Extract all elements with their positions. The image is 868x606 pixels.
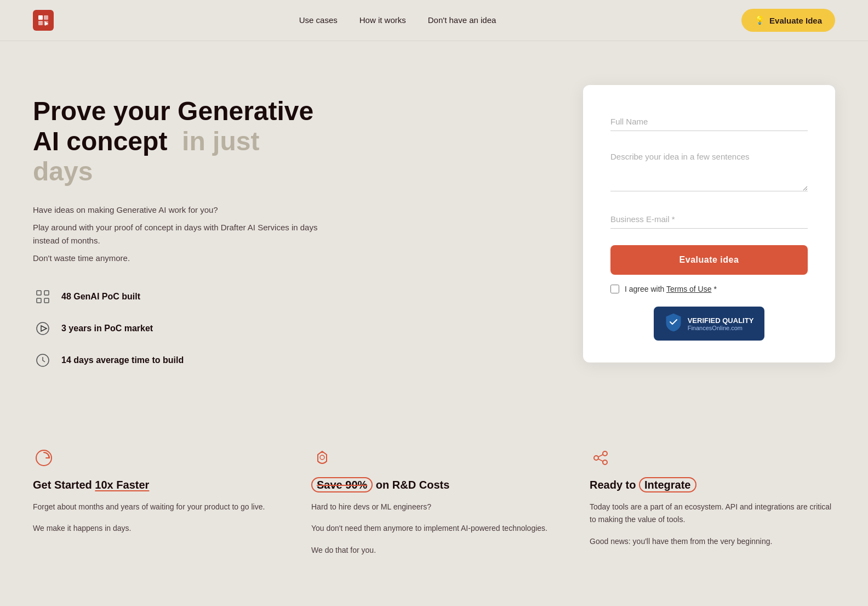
full-name-field xyxy=(610,112,808,131)
hero-section: Prove your Generative AI concept in just… xyxy=(0,41,868,403)
feature-integrate-desc2: Good news: you'll have them from the ver… xyxy=(590,535,835,548)
badge-text: VERIFIED QUALITY FinancesOnline.com xyxy=(688,316,754,331)
feature-faster: Get Started 10x Faster Forget about mont… xyxy=(33,447,278,557)
svg-point-15 xyxy=(603,451,607,456)
form-card: Evaluate idea I agree with Terms of Use … xyxy=(583,85,835,363)
nav-how-it-works[interactable]: How it works xyxy=(359,15,406,25)
nav-use-cases[interactable]: Use cases xyxy=(299,15,338,25)
feature-integrate-title: Ready to Integrate xyxy=(590,478,835,492)
terms-link[interactable]: Terms of Use xyxy=(666,285,711,293)
svg-line-17 xyxy=(598,455,603,457)
stat-genai-label: 48 GenAI PoC built xyxy=(61,292,140,302)
hero-stats: 48 GenAI PoC built 3 years in PoC market xyxy=(33,287,318,370)
feature-faster-desc2: We make it happens in days. xyxy=(33,522,278,535)
hero-desc-1: Have ideas on making Generative AI work … xyxy=(33,203,318,217)
email-input[interactable] xyxy=(610,210,808,229)
feature-faster-desc1: Forget about months and years of waiting… xyxy=(33,501,278,514)
logo-icon xyxy=(33,10,54,31)
stat-years: 3 years in PoC market xyxy=(33,319,318,338)
feature-faster-icon xyxy=(33,447,55,469)
stat-days-label: 14 days average time to build xyxy=(61,355,184,365)
stat-genai: 48 GenAI PoC built xyxy=(33,287,318,307)
feature-save: Save 90% on R&D Costs Hard to hire devs … xyxy=(311,447,557,557)
nav-links: Use cases How it works Don't have an ide… xyxy=(299,15,496,25)
nav-dont-have-idea[interactable]: Don't have an idea xyxy=(428,15,496,25)
feature-save-desc2: You don't need them anymore to implement… xyxy=(311,522,557,535)
feature-save-title: Save 90% on R&D Costs xyxy=(311,478,557,492)
navbar: Use cases How it works Don't have an ide… xyxy=(0,0,868,41)
features-section: Get Started 10x Faster Forget about mont… xyxy=(0,403,868,601)
play-icon xyxy=(33,319,53,338)
clock-icon xyxy=(33,350,53,370)
hero-desc-2: Play around with your proof of concept i… xyxy=(33,221,318,247)
features-grid: Get Started 10x Faster Forget about mont… xyxy=(33,447,835,557)
feature-save-desc1: Hard to hire devs or ML engineers? xyxy=(311,501,557,514)
svg-point-13 xyxy=(320,455,324,460)
verified-badge: VERIFIED QUALITY FinancesOnline.com xyxy=(610,307,808,341)
feature-save-icon xyxy=(311,447,333,469)
svg-line-18 xyxy=(598,459,603,461)
terms-checkbox[interactable] xyxy=(610,285,619,293)
svg-rect-8 xyxy=(44,298,49,303)
stat-years-label: 3 years in PoC market xyxy=(61,324,153,333)
grid-icon xyxy=(33,287,53,307)
terms-row: I agree with Terms of Use * xyxy=(610,285,808,293)
logo[interactable] xyxy=(33,10,54,31)
terms-text: I agree with Terms of Use * xyxy=(625,285,717,293)
svg-point-14 xyxy=(594,456,598,460)
bulb-icon: 💡 xyxy=(755,15,765,25)
svg-rect-2 xyxy=(38,21,43,25)
feature-save-desc3: We do that for you. xyxy=(311,544,557,557)
feature-faster-title: Get Started 10x Faster xyxy=(33,478,278,492)
idea-field xyxy=(610,148,808,194)
evaluate-idea-button[interactable]: Evaluate idea xyxy=(610,245,808,275)
svg-marker-10 xyxy=(41,326,47,331)
idea-textarea[interactable] xyxy=(610,148,808,191)
svg-rect-1 xyxy=(44,15,48,20)
svg-rect-5 xyxy=(37,291,41,295)
svg-rect-0 xyxy=(38,15,43,20)
feature-integrate: Ready to Integrate Today tools are a par… xyxy=(590,447,835,557)
full-name-input[interactable] xyxy=(610,112,808,131)
svg-rect-6 xyxy=(44,291,49,295)
nav-evaluate-button[interactable]: 💡 Evaluate Idea xyxy=(741,9,835,32)
svg-point-16 xyxy=(603,460,607,465)
badge-inner: VERIFIED QUALITY FinancesOnline.com xyxy=(654,307,765,341)
stat-days: 14 days average time to build xyxy=(33,350,318,370)
badge-shield-icon xyxy=(665,312,682,335)
hero-content: Prove your Generative AI concept in just… xyxy=(33,85,318,370)
feature-integrate-desc1: Today tools are a part of an ecosystem. … xyxy=(590,501,835,527)
feature-integrate-icon xyxy=(590,447,612,469)
svg-rect-7 xyxy=(37,298,41,303)
hero-desc-3: Don't waste time anymore. xyxy=(33,252,318,265)
email-field xyxy=(610,210,808,229)
hero-title: Prove your Generative AI concept in just… xyxy=(33,96,318,187)
